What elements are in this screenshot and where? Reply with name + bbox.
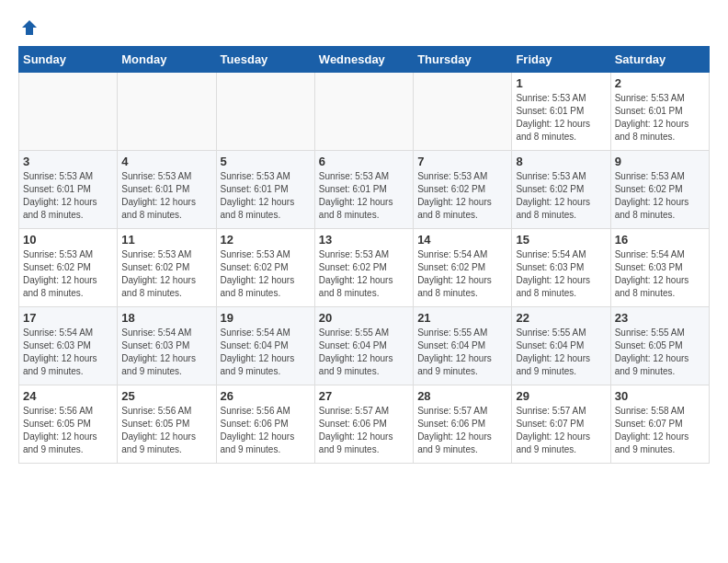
calendar-cell: 13Sunrise: 5:53 AM Sunset: 6:02 PM Dayli… [314,229,413,307]
calendar-cell: 27Sunrise: 5:57 AM Sunset: 6:06 PM Dayli… [314,385,413,464]
weekday-header-thursday: Thursday [414,47,512,73]
day-number: 23 [615,311,705,325]
calendar-cell: 7Sunrise: 5:53 AM Sunset: 6:02 PM Daylig… [414,151,512,229]
day-info: Sunrise: 5:57 AM Sunset: 6:06 PM Dayligh… [417,405,507,456]
day-info: Sunrise: 5:53 AM Sunset: 6:01 PM Dayligh… [615,92,705,144]
weekday-header-tuesday: Tuesday [216,47,314,73]
day-info: Sunrise: 5:55 AM Sunset: 6:04 PM Dayligh… [417,327,507,378]
day-info: Sunrise: 5:55 AM Sunset: 6:05 PM Dayligh… [615,327,705,378]
weekday-header-monday: Monday [118,47,216,73]
calendar-cell [19,73,118,151]
day-number: 28 [417,389,507,403]
calendar-cell: 21Sunrise: 5:55 AM Sunset: 6:04 PM Dayli… [414,307,512,385]
day-number: 26 [221,389,311,403]
day-info: Sunrise: 5:54 AM Sunset: 6:03 PM Dayligh… [615,248,705,300]
day-number: 17 [23,311,113,325]
day-number: 29 [516,389,606,403]
calendar-cell: 1Sunrise: 5:53 AM Sunset: 6:01 PM Daylig… [512,73,610,151]
day-number: 10 [23,233,113,247]
calendar-cell [118,73,216,151]
day-number: 6 [319,155,409,168]
day-info: Sunrise: 5:57 AM Sunset: 6:06 PM Dayligh… [319,405,409,456]
calendar-cell: 14Sunrise: 5:54 AM Sunset: 6:02 PM Dayli… [414,229,512,307]
calendar-cell: 18Sunrise: 5:54 AM Sunset: 6:03 PM Dayli… [118,307,216,385]
calendar-cell: 8Sunrise: 5:53 AM Sunset: 6:02 PM Daylig… [512,151,610,229]
calendar-cell: 23Sunrise: 5:55 AM Sunset: 6:05 PM Dayli… [610,307,709,385]
day-number: 21 [417,311,507,325]
day-number: 20 [319,311,409,325]
calendar-cell [314,73,413,151]
day-number: 14 [417,233,507,247]
weekday-header-saturday: Saturday [610,47,709,73]
day-number: 27 [319,389,409,403]
day-info: Sunrise: 5:54 AM Sunset: 6:04 PM Dayligh… [221,327,311,378]
day-info: Sunrise: 5:58 AM Sunset: 6:07 PM Dayligh… [615,405,705,456]
calendar-week-row: 3Sunrise: 5:53 AM Sunset: 6:01 PM Daylig… [19,151,710,229]
weekday-header-row: SundayMondayTuesdayWednesdayThursdayFrid… [19,47,710,73]
day-info: Sunrise: 5:54 AM Sunset: 6:03 PM Dayligh… [516,248,606,300]
calendar-cell: 26Sunrise: 5:56 AM Sunset: 6:06 PM Dayli… [216,385,314,464]
logo [18,18,40,37]
calendar-cell: 15Sunrise: 5:54 AM Sunset: 6:03 PM Dayli… [512,229,610,307]
day-number: 30 [615,389,705,403]
day-info: Sunrise: 5:53 AM Sunset: 6:02 PM Dayligh… [319,248,409,300]
calendar-cell: 20Sunrise: 5:55 AM Sunset: 6:04 PM Dayli… [314,307,413,385]
day-info: Sunrise: 5:54 AM Sunset: 6:02 PM Dayligh… [417,248,507,300]
calendar-cell: 22Sunrise: 5:55 AM Sunset: 6:04 PM Dayli… [512,307,610,385]
day-number: 4 [121,155,211,168]
day-number: 15 [516,233,606,247]
day-info: Sunrise: 5:53 AM Sunset: 6:01 PM Dayligh… [23,170,113,222]
day-info: Sunrise: 5:56 AM Sunset: 6:05 PM Dayligh… [121,405,211,456]
day-info: Sunrise: 5:53 AM Sunset: 6:02 PM Dayligh… [516,170,606,222]
calendar-cell: 6Sunrise: 5:53 AM Sunset: 6:01 PM Daylig… [314,151,413,229]
calendar-cell [414,73,512,151]
weekday-header-sunday: Sunday [19,47,118,73]
calendar-week-row: 24Sunrise: 5:56 AM Sunset: 6:05 PM Dayli… [19,385,710,464]
calendar-cell: 17Sunrise: 5:54 AM Sunset: 6:03 PM Dayli… [19,307,118,385]
day-info: Sunrise: 5:54 AM Sunset: 6:03 PM Dayligh… [121,327,211,378]
day-number: 5 [221,155,311,168]
logo-icon [20,18,39,37]
day-number: 19 [221,311,311,325]
calendar-table: SundayMondayTuesdayWednesdayThursdayFrid… [18,46,710,464]
day-number: 12 [221,233,311,247]
day-number: 3 [23,155,113,168]
day-number: 18 [121,311,211,325]
day-info: Sunrise: 5:57 AM Sunset: 6:07 PM Dayligh… [516,405,606,456]
day-number: 9 [615,155,705,168]
day-number: 25 [121,389,211,403]
day-info: Sunrise: 5:55 AM Sunset: 6:04 PM Dayligh… [516,327,606,378]
calendar-cell: 24Sunrise: 5:56 AM Sunset: 6:05 PM Dayli… [19,385,118,464]
day-number: 16 [615,233,705,247]
calendar-cell: 4Sunrise: 5:53 AM Sunset: 6:01 PM Daylig… [118,151,216,229]
day-info: Sunrise: 5:56 AM Sunset: 6:05 PM Dayligh… [23,405,113,456]
day-info: Sunrise: 5:53 AM Sunset: 6:02 PM Dayligh… [23,248,113,300]
calendar-cell: 19Sunrise: 5:54 AM Sunset: 6:04 PM Dayli… [216,307,314,385]
day-info: Sunrise: 5:53 AM Sunset: 6:02 PM Dayligh… [121,248,211,300]
weekday-header-wednesday: Wednesday [314,47,413,73]
day-number: 22 [516,311,606,325]
calendar-week-row: 1Sunrise: 5:53 AM Sunset: 6:01 PM Daylig… [19,73,710,151]
day-number: 13 [319,233,409,247]
day-info: Sunrise: 5:53 AM Sunset: 6:02 PM Dayligh… [417,170,507,222]
day-info: Sunrise: 5:54 AM Sunset: 6:03 PM Dayligh… [23,327,113,378]
page-header [18,18,710,37]
day-info: Sunrise: 5:55 AM Sunset: 6:04 PM Dayligh… [319,327,409,378]
day-info: Sunrise: 5:53 AM Sunset: 6:01 PM Dayligh… [516,92,606,144]
calendar-cell: 28Sunrise: 5:57 AM Sunset: 6:06 PM Dayli… [414,385,512,464]
day-number: 1 [516,76,606,90]
day-info: Sunrise: 5:53 AM Sunset: 6:01 PM Dayligh… [121,170,211,222]
calendar-cell: 10Sunrise: 5:53 AM Sunset: 6:02 PM Dayli… [19,229,118,307]
weekday-header-friday: Friday [512,47,610,73]
calendar-cell: 9Sunrise: 5:53 AM Sunset: 6:02 PM Daylig… [610,151,709,229]
day-number: 2 [615,76,705,90]
calendar-cell: 25Sunrise: 5:56 AM Sunset: 6:05 PM Dayli… [118,385,216,464]
calendar-cell: 16Sunrise: 5:54 AM Sunset: 6:03 PM Dayli… [610,229,709,307]
calendar-cell: 11Sunrise: 5:53 AM Sunset: 6:02 PM Dayli… [118,229,216,307]
day-info: Sunrise: 5:53 AM Sunset: 6:02 PM Dayligh… [221,248,311,300]
calendar-week-row: 17Sunrise: 5:54 AM Sunset: 6:03 PM Dayli… [19,307,710,385]
calendar-cell: 30Sunrise: 5:58 AM Sunset: 6:07 PM Dayli… [610,385,709,464]
day-number: 11 [121,233,211,247]
day-number: 24 [23,389,113,403]
calendar-cell: 29Sunrise: 5:57 AM Sunset: 6:07 PM Dayli… [512,385,610,464]
